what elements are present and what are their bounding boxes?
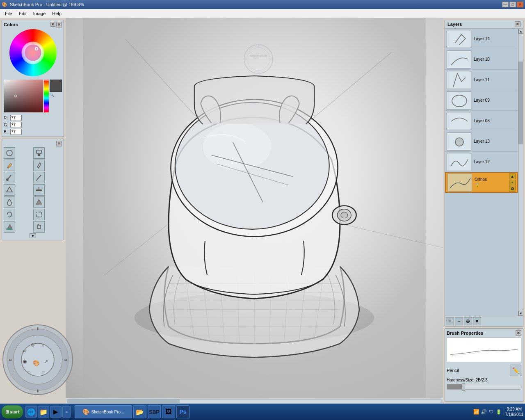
tool-ink-brush[interactable] xyxy=(33,172,45,183)
layer-item-orthos[interactable]: Orthos 🔒 ▲ + ⚙ xyxy=(445,172,518,193)
g-input[interactable] xyxy=(10,122,22,128)
layer-options-button[interactable]: ▼ xyxy=(473,317,481,325)
taskbar-sbp-button[interactable]: SBP xyxy=(148,405,161,418)
tool-fill[interactable] xyxy=(4,221,15,233)
svg-point-0 xyxy=(7,150,12,156)
layer-thumb-orthos xyxy=(447,173,472,192)
tray-volume-icon: 🔊 xyxy=(481,409,487,415)
shade-gradient[interactable] xyxy=(4,80,43,112)
layers-close-button[interactable]: ✕ xyxy=(515,21,520,27)
minimize-button[interactable]: — xyxy=(502,2,509,7)
tools-scroll-down[interactable]: ▼ xyxy=(30,233,36,238)
layer-merge-button[interactable]: ⊕ xyxy=(464,317,472,325)
layer-name-14: Layer 14 xyxy=(474,37,490,41)
brush-name-row: Pencil ✏️ xyxy=(447,365,521,376)
hue-bar[interactable] xyxy=(44,80,49,112)
scroll-track[interactable] xyxy=(518,34,523,311)
brush-close-button[interactable]: ✕ xyxy=(516,330,521,336)
svg-text:⬇: ⬇ xyxy=(36,389,39,393)
start-button[interactable]: ⊞ start xyxy=(2,405,23,418)
colors-title: Colors xyxy=(4,22,18,27)
taskbar-media-icon[interactable]: ▶ xyxy=(50,406,62,418)
taskbar-more-icon[interactable]: » xyxy=(62,406,71,418)
tool-lasso[interactable] xyxy=(4,209,15,220)
window-title: SketchBook Pro - Untitled @ 199.8% xyxy=(10,2,84,7)
layer-add-button[interactable]: + xyxy=(446,317,454,325)
taskbar-folder-icon[interactable]: 📁 xyxy=(38,406,49,418)
taskbar-photos-button[interactable]: 🖼 xyxy=(162,405,175,418)
layer-name-10: Layer 10 xyxy=(474,57,490,62)
layer-item-12[interactable]: Layer 12 xyxy=(445,152,518,172)
tools-grid xyxy=(4,147,62,233)
taskbar-ps-button[interactable]: Ps xyxy=(176,405,189,418)
taskbar: ⊞ start 🌐 📁 ▶ » 🎨 SketchBook Pro... 📂 SB… xyxy=(0,404,525,420)
colors-close-button[interactable]: ✕ xyxy=(56,22,62,27)
layers-panel: Layers ✕ Layer 14 xyxy=(445,20,523,326)
svg-point-23 xyxy=(341,212,348,218)
layer-item-14[interactable]: Layer 14 xyxy=(445,29,518,49)
navigation-wheel[interactable]: ⬆ ➡ ⬇ ⬅ ↩ ⚙ ☆ ◉ 🎨 ↗ ← → xyxy=(0,322,76,398)
close-button[interactable]: ✕ xyxy=(517,2,523,7)
svg-rect-1 xyxy=(37,150,41,153)
tool-ellipse-select[interactable] xyxy=(4,147,15,159)
tool-triangle-brush[interactable] xyxy=(4,184,15,196)
tool-wide-brush[interactable] xyxy=(33,184,45,196)
color-swatch[interactable] xyxy=(50,80,62,92)
scroll-up-button[interactable]: ▲ xyxy=(518,29,523,34)
tool-smudge[interactable] xyxy=(33,196,45,208)
layer-thumb-13 xyxy=(447,132,471,151)
layer-item-09[interactable]: Layer 09 xyxy=(445,90,518,111)
scroll-track-h[interactable] xyxy=(67,399,441,403)
clock-date: 7/19/2011 xyxy=(505,412,524,417)
tool-stamp[interactable] xyxy=(33,147,45,159)
layer-item-08[interactable]: Layer 08 xyxy=(445,111,518,131)
layer-item-11[interactable]: Layer 11 xyxy=(445,70,518,90)
taskbar-explorer-button[interactable]: 📂 xyxy=(133,405,146,418)
tools-close-button[interactable]: ✕ xyxy=(56,141,62,146)
sketch-drawing[interactable] xyxy=(66,18,443,404)
tool-brush[interactable] xyxy=(4,172,15,183)
layers-title: Layers xyxy=(447,22,462,27)
tool-transform[interactable] xyxy=(33,221,45,233)
sketchbook-taskbar-icon: 🎨 xyxy=(82,409,89,415)
layer-thumb-09 xyxy=(447,91,471,110)
canvas-area[interactable]: Resize Brush xyxy=(66,18,443,404)
layer-up-button[interactable]: ▲ xyxy=(509,173,516,179)
brush-slider-handle[interactable] xyxy=(462,383,465,391)
svg-rect-7 xyxy=(37,212,41,217)
brush-icon[interactable]: ✏️ xyxy=(510,365,521,376)
tool-rect-select[interactable] xyxy=(33,209,45,220)
tool-marker[interactable] xyxy=(33,160,45,171)
color-wheel[interactable] xyxy=(9,29,57,76)
tool-watercolor[interactable] xyxy=(4,196,15,208)
horizontal-scrollbar[interactable] xyxy=(66,398,443,404)
layer-item-10[interactable]: Layer 10 xyxy=(445,49,518,70)
layer-delete-button[interactable]: − xyxy=(455,317,463,325)
layer-item-13[interactable]: Layer 13 xyxy=(445,131,518,152)
layer-down-button[interactable]: + xyxy=(509,180,516,185)
b-input[interactable] xyxy=(10,129,22,135)
svg-text:⬅: ⬅ xyxy=(9,358,12,362)
scroll-down-button[interactable]: ▼ xyxy=(518,311,523,316)
menu-file[interactable]: File xyxy=(2,10,16,17)
taskbar-ie-icon[interactable]: 🌐 xyxy=(25,406,37,418)
b-label: B: xyxy=(4,130,9,134)
brush-properties-panel: Brush Properties ✕ Pencil ✏️ Hardness/Si… xyxy=(445,328,523,402)
r-input[interactable] xyxy=(10,115,22,121)
layer-thumb-12 xyxy=(447,153,471,171)
svg-point-28 xyxy=(452,95,467,107)
taskbar-sketchbook-button[interactable]: 🎨 SketchBook Pro... xyxy=(75,405,132,418)
menu-image[interactable]: Image xyxy=(30,10,49,17)
menu-help[interactable]: Help xyxy=(49,10,65,17)
brush-size-slider[interactable] xyxy=(447,384,521,390)
eyedropper-icon[interactable]: 🔍 xyxy=(50,93,62,97)
layer-settings-button[interactable]: ⚙ xyxy=(509,186,516,192)
layers-scrollbar[interactable]: ▲ ▼ xyxy=(518,29,523,316)
colors-collapse-button[interactable]: ▼ xyxy=(50,22,55,27)
menu-edit[interactable]: Edit xyxy=(16,10,30,17)
maximize-button[interactable]: □ xyxy=(509,2,516,7)
g-label: G: xyxy=(4,123,9,127)
tool-pencil[interactable] xyxy=(4,160,15,171)
svg-point-20 xyxy=(203,123,272,170)
svg-text:🎨: 🎨 xyxy=(33,360,40,367)
